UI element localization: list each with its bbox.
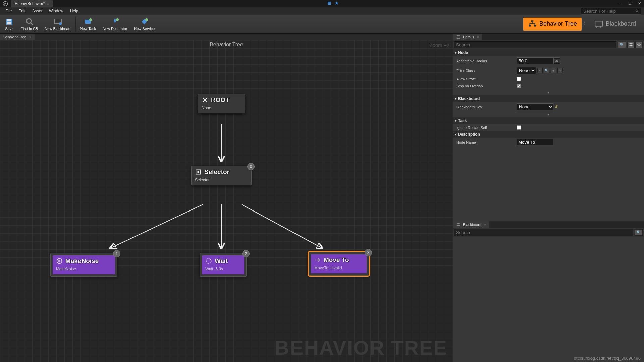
add-button[interactable]: ＋ [551,68,556,73]
browse-back-button[interactable]: ← [537,68,543,73]
node-header: Wait [202,255,244,267]
section-node[interactable]: ▾Node [453,49,644,56]
node-index-badge: 2 [242,250,250,257]
acceptable-radius-input[interactable] [517,58,554,64]
spinner-handle[interactable]: ◂▸ [554,59,560,63]
search-help-input[interactable] [583,9,635,14]
svg-rect-28 [630,43,631,44]
svg-point-1 [636,10,638,12]
bt-node-makenoise[interactable]: 1 MakeNoise MakeNoise [50,253,117,277]
task-icon [83,17,93,26]
node-index-badge: 1 [113,250,120,257]
bt-node-selector[interactable]: 0 Selector Selector [191,166,252,185]
graph-tab[interactable]: Behavior Tree × [0,34,35,40]
node-name-input[interactable] [517,139,553,145]
svg-rect-13 [531,20,534,22]
node-header: Selector [192,166,251,178]
svg-rect-30 [630,45,631,46]
close-icon[interactable]: × [29,35,31,39]
reset-to-default-icon[interactable]: ↺ [555,105,558,109]
mode-switcher: Behavior Tree 〉 Blackboard [523,18,643,31]
new-blackboard-button[interactable]: New Blackboard [41,16,75,32]
filter-class-select[interactable]: None [517,67,536,74]
behavior-tree-mode-button[interactable]: Behavior Tree [523,18,582,31]
right-column: Details × 🔍 ▾Node Acceptable Radius ◂▸ [453,34,644,362]
details-tab[interactable]: Details × [453,34,482,40]
blackboard-tab-icon [456,223,460,227]
menu-window[interactable]: Window [46,8,66,14]
unreal-logo-icon [0,1,11,6]
expand-arrow-icon[interactable]: ▾ [453,112,644,117]
titlebar: EnemyBehavior* × – ☐ ✕ [0,0,644,7]
search-icon [635,9,639,13]
chevron-right-icon: 〉 [583,20,588,27]
expand-arrow-icon[interactable]: ▾ [453,89,644,95]
svg-rect-29 [631,43,633,44]
bt-node-wait[interactable]: 2 Wait Wait: 5.0s [200,253,247,277]
svg-point-8 [59,22,62,25]
close-button[interactable]: ✕ [635,1,644,7]
graph-tabbar: Behavior Tree × [0,34,453,40]
new-service-button[interactable]: New Service [130,16,158,32]
marketplace-icon[interactable] [334,1,339,6]
move-icon [314,257,321,263]
find-in-cb-button[interactable]: Find in CB [17,16,41,32]
svg-point-33 [639,44,640,45]
blackboard-panel: Blackboard × 🔍 [453,221,644,362]
svg-line-2 [638,11,639,12]
visibility-button[interactable] [635,42,643,48]
details-search-input[interactable] [454,41,616,48]
document-tab[interactable]: EnemyBehavior* × [11,0,53,7]
save-button[interactable]: Save [1,16,17,32]
allow-strafe-checkbox[interactable] [517,77,521,81]
task-run-icon [56,258,63,264]
menu-edit[interactable]: Edit [16,8,28,14]
blackboard-search-input[interactable] [454,229,633,236]
section-description[interactable]: ▾Description [453,131,644,138]
bt-node-moveto[interactable]: 3 Move To MoveTo: invalid [309,252,369,276]
service-icon [140,17,149,26]
menu-asset[interactable]: Asset [30,8,45,14]
node-header: Move To [311,254,367,266]
svg-rect-4 [7,22,11,24]
search-help-box[interactable] [581,8,641,15]
maximize-button[interactable]: ☐ [625,1,635,7]
close-icon[interactable]: × [477,35,479,39]
save-icon [5,17,14,26]
source-control-icon[interactable] [327,1,332,6]
search-icon[interactable]: 🔍 [635,229,643,236]
graph-canvas[interactable]: Behavior Tree Zoom +2 BEHAVIOR TREE ROOT… [0,40,453,362]
svg-line-6 [31,23,33,25]
svg-point-11 [116,18,119,21]
menu-help[interactable]: Help [67,8,81,14]
bt-node-root[interactable]: ROOT None [198,94,245,113]
source-url-watermark: https://blog.csdn.net/qq_36696486 [574,356,641,361]
watermark-text: BEHAVIOR TREE [275,336,447,359]
prop-allow-strafe: Allow Strafe [453,75,644,82]
blackboard-key-select[interactable]: None [517,103,553,110]
blackboard-mode-icon [594,20,603,28]
blackboard-mode-button[interactable]: Blackboard [590,18,641,31]
root-icon [202,97,208,103]
clear-button[interactable]: ✕ [557,68,563,73]
close-icon[interactable]: × [484,223,486,227]
new-task-button[interactable]: New Task [76,16,99,32]
minimize-button[interactable]: – [616,1,625,7]
connection-lines [0,40,453,362]
svg-rect-31 [631,45,633,46]
section-task[interactable]: ▾Task [453,117,644,124]
grid-view-button[interactable] [627,42,635,48]
blackboard-tab[interactable]: Blackboard × [453,221,489,228]
search-icon[interactable]: 🔍 [618,42,626,48]
prop-ignore-restart: Ignore Restart Self [453,124,644,131]
stop-on-overlap-checkbox[interactable] [517,84,521,88]
new-decorator-button[interactable]: New Decorator [99,16,130,32]
section-blackboard[interactable]: ▾Blackboard [453,95,644,102]
svg-point-26 [206,259,211,264]
prop-stop-on-overlap: Stop on Overlap [453,82,644,89]
zoom-indicator: Zoom +2 [429,42,449,48]
ignore-restart-checkbox[interactable] [517,125,521,130]
tab-close-icon[interactable]: × [47,1,49,6]
menu-file[interactable]: File [3,8,14,14]
browse-button[interactable]: 🔍 [544,68,549,73]
